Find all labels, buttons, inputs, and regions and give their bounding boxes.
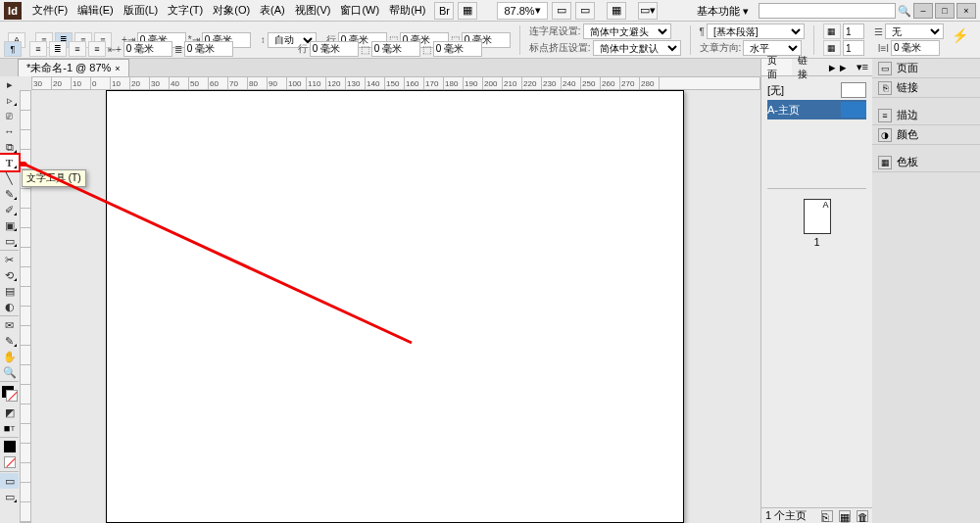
- master-a-row[interactable]: A-主页: [767, 100, 866, 119]
- help-search-input[interactable]: [759, 3, 896, 19]
- arrange-icon[interactable]: ▦: [607, 2, 626, 20]
- align-top-icon[interactable]: ≡: [29, 41, 47, 57]
- ruler-tick: 280: [640, 77, 660, 89]
- hand-tool[interactable]: ✋: [0, 349, 19, 364]
- menu-table[interactable]: 表(A): [255, 0, 290, 21]
- rect-frame-tool[interactable]: ▣: [0, 217, 19, 233]
- menu-object[interactable]: 对象(O): [208, 0, 255, 21]
- scissors-tool[interactable]: ✂: [0, 252, 19, 267]
- panel-collapse-icon[interactable]: ►►: [823, 62, 853, 73]
- panel-button-描边[interactable]: ≡描边: [872, 106, 980, 125]
- view-mode-icon2[interactable]: ▭: [575, 2, 595, 20]
- toolbox-separator: [0, 437, 19, 438]
- delete-page-icon[interactable]: 🗑: [857, 510, 868, 522]
- grid-cols-field[interactable]: [843, 24, 864, 39]
- right-indent-field[interactable]: [123, 41, 172, 57]
- ruler-tick: [21, 483, 30, 502]
- span-size-field[interactable]: [891, 40, 940, 56]
- preview-mode[interactable]: ▭: [0, 489, 19, 504]
- stock-icon[interactable]: ▦: [458, 2, 477, 20]
- menu-type[interactable]: 文字(T): [163, 0, 208, 21]
- bridge-icon[interactable]: Br: [434, 2, 454, 20]
- separator: [813, 25, 814, 55]
- vertical-ruler[interactable]: [20, 90, 31, 523]
- space-after-b[interactable]: [371, 41, 420, 57]
- note-tool[interactable]: ✉: [0, 317, 19, 333]
- align-bottom-icon[interactable]: ≡: [88, 41, 106, 57]
- content-collector-tool[interactable]: ⧉: [0, 139, 19, 155]
- window-close-button[interactable]: ×: [956, 3, 976, 19]
- window-maximize-button[interactable]: □: [935, 3, 955, 19]
- gradient-feather-tool[interactable]: ◐: [0, 299, 19, 314]
- new-page-icon[interactable]: ▦: [839, 510, 851, 522]
- quick-apply-icon[interactable]: ⚡: [952, 27, 968, 43]
- panel-menu-icon[interactable]: ▾≡: [853, 61, 872, 73]
- span-icon: ☰: [874, 26, 883, 37]
- window-minimize-button[interactable]: –: [913, 3, 933, 19]
- horizontal-ruler[interactable]: 3020100102030405060708090100110120130140…: [31, 76, 760, 90]
- menu-view[interactable]: 视图(V): [290, 0, 336, 21]
- panel-divider[interactable]: [767, 188, 866, 189]
- menu-file[interactable]: 文件(F): [27, 0, 73, 21]
- kinsoku-head-select[interactable]: 简体中文避头: [583, 24, 671, 39]
- document-page[interactable]: [106, 90, 684, 523]
- mojikumi-select[interactable]: 简体中文默认: [593, 40, 681, 56]
- type-tool[interactable]: T: [0, 155, 19, 170]
- ruler-tick: 100: [287, 77, 307, 89]
- lastline-indent-field[interactable]: [184, 41, 233, 57]
- span-select[interactable]: 无: [885, 24, 944, 39]
- panel-button-颜色[interactable]: ◑颜色: [872, 125, 980, 145]
- align-justify2-icon[interactable]: ≣: [49, 41, 67, 57]
- direct-selection-tool[interactable]: ▹: [0, 92, 19, 108]
- grid-rows-icon[interactable]: ▦: [823, 40, 841, 56]
- grid-cols-icon[interactable]: ▦: [823, 24, 841, 39]
- pages-panel: 页面 链接 ►► ▾≡ [无] A-主页 A 1 1 个主页 ⎘ ▦ 🗑: [760, 59, 872, 523]
- ruler-tick: [21, 444, 30, 463]
- master-none-row[interactable]: [无]: [767, 80, 866, 100]
- ruler-tick: [21, 463, 30, 483]
- pen-tool[interactable]: ✎: [0, 186, 19, 202]
- ruler-tick: [21, 385, 30, 404]
- ruler-tick: [21, 307, 30, 326]
- default-fill-stroke[interactable]: ◩: [0, 404, 19, 420]
- gradient-swatch-tool[interactable]: ▤: [0, 283, 19, 299]
- free-transform-tool[interactable]: ⟲: [0, 267, 19, 283]
- line-tool[interactable]: ╲: [0, 170, 19, 186]
- tab-links[interactable]: 链接: [792, 59, 822, 75]
- fill-stroke-proxy[interactable]: [0, 383, 19, 404]
- para-style-select[interactable]: [基本段落]: [707, 24, 805, 39]
- menu-help[interactable]: 帮助(H): [384, 0, 430, 21]
- panel-button-色板[interactable]: ▦色板: [872, 153, 980, 172]
- tab-pages[interactable]: 页面: [761, 59, 792, 75]
- view-mode-icon[interactable]: ▭: [552, 2, 571, 20]
- align-center2-icon[interactable]: ≡: [69, 41, 86, 57]
- page-tool[interactable]: ⎚: [0, 108, 19, 123]
- document-tab-close-icon[interactable]: ×: [115, 64, 120, 73]
- menu-window[interactable]: 窗口(W): [335, 0, 384, 21]
- grid-rows-field[interactable]: [843, 40, 864, 56]
- zoom-level-display[interactable]: 87.8% ▾: [497, 2, 547, 20]
- apply-color-icon[interactable]: [0, 439, 19, 454]
- formatting-container-icon[interactable]: ■T: [0, 420, 19, 436]
- eyedropper-tool[interactable]: ✎: [0, 333, 19, 349]
- pencil-tool[interactable]: ✐: [0, 202, 19, 217]
- edit-page-size-icon[interactable]: ⎘: [821, 510, 833, 522]
- space-after-c[interactable]: [433, 41, 482, 57]
- para-format-icon[interactable]: ¶: [4, 41, 22, 57]
- space-after-a[interactable]: [310, 41, 359, 57]
- apply-none-icon[interactable]: [0, 454, 19, 470]
- document-tab[interactable]: *未命名-1 @ 87% ×: [18, 59, 129, 76]
- workspace-switcher[interactable]: 基本功能 ▾: [689, 4, 757, 19]
- rect-tool[interactable]: ▭: [0, 233, 19, 249]
- page-master-indicator: A: [821, 200, 829, 210]
- panel-button-页面[interactable]: ▭页面: [872, 59, 980, 78]
- gap-tool[interactable]: ↔: [0, 123, 19, 139]
- menu-edit[interactable]: 编辑(E): [73, 0, 119, 21]
- panel-button-链接[interactable]: ⎘链接: [872, 78, 980, 98]
- normal-view-mode[interactable]: ▭: [0, 473, 19, 489]
- menu-layout[interactable]: 版面(L): [119, 0, 163, 21]
- zoom-tool[interactable]: 🔍: [0, 364, 19, 380]
- screen-mode-icon[interactable]: ▭▾: [638, 2, 658, 20]
- selection-tool[interactable]: ▸: [0, 76, 19, 92]
- page-1-thumbnail[interactable]: A 1: [767, 199, 866, 248]
